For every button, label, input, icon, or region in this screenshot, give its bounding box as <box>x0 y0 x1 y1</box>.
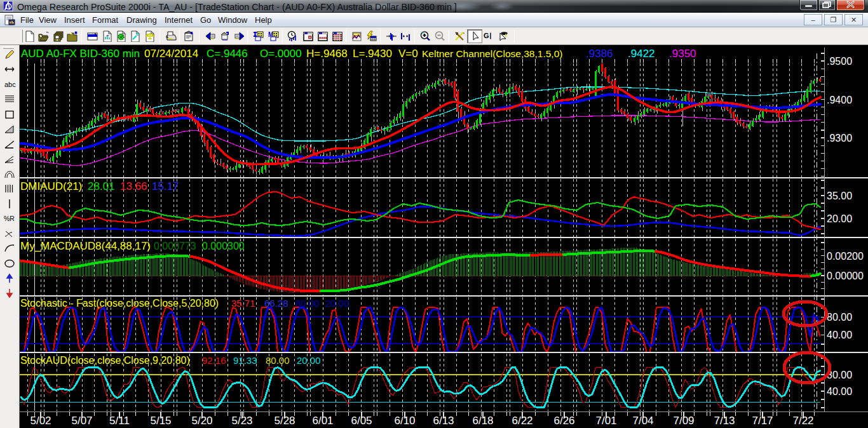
svg-text:5/02: 5/02 <box>30 415 51 427</box>
svg-text:40.00: 40.00 <box>827 386 852 397</box>
svg-text:28.01: 28.01 <box>88 180 115 192</box>
svg-text:DMIAUD(21): DMIAUD(21) <box>20 180 82 192</box>
svg-text:.9350: .9350 <box>669 48 696 60</box>
svg-text:5/07: 5/07 <box>71 415 92 427</box>
svg-text:Keltner Channel(Close,38,1.5,0: Keltner Channel(Close,38,1.5,0) <box>422 48 562 59</box>
svg-text:6/13: 6/13 <box>433 415 454 427</box>
svg-text:7/09: 7/09 <box>673 415 694 427</box>
svg-text:6/01: 6/01 <box>312 415 333 427</box>
svg-text:6/10: 6/10 <box>394 415 415 427</box>
svg-text:.9422: .9422 <box>628 48 655 60</box>
svg-text:0.000300: 0.000300 <box>202 241 245 251</box>
svg-text:6/26: 6/26 <box>553 415 574 427</box>
svg-text:15.17: 15.17 <box>152 180 179 192</box>
svg-text:40.00: 40.00 <box>827 330 852 340</box>
svg-text:80.00: 80.00 <box>827 312 852 323</box>
svg-text:5/15: 5/15 <box>150 415 171 427</box>
svg-text:13.66: 13.66 <box>120 180 147 192</box>
svg-text:5/20: 5/20 <box>191 415 212 427</box>
svg-text:66.28: 66.28 <box>264 298 288 309</box>
svg-text:6/05: 6/05 <box>351 415 372 427</box>
svg-text:7/22: 7/22 <box>792 415 813 427</box>
svg-text:0.00200: 0.00200 <box>827 251 864 262</box>
svg-text:StockAUD(close,close,Close,9,2: StockAUD(close,close,Close,9,20,80) <box>20 355 190 366</box>
svg-text:20.00: 20.00 <box>827 213 852 224</box>
svg-text:abc: abc <box>4 81 16 88</box>
svg-text:6/22: 6/22 <box>512 415 532 427</box>
svg-text:%R: %R <box>4 215 15 222</box>
svg-text:.9400: .9400 <box>827 95 852 105</box>
svg-text:AUD A0-FX BID-360 min: AUD A0-FX BID-360 min <box>21 48 140 60</box>
svg-text:07/24/2014: 07/24/2014 <box>144 48 198 60</box>
svg-text:5/28: 5/28 <box>274 415 295 427</box>
svg-text:80.00: 80.00 <box>266 355 290 366</box>
svg-text:7/17: 7/17 <box>752 415 773 427</box>
svg-text:20.00: 20.00 <box>297 355 321 366</box>
svg-text:0.00000: 0.00000 <box>827 271 864 281</box>
svg-text:C=.9446: C=.9446 <box>207 48 248 60</box>
svg-text:0.000773: 0.000773 <box>154 241 196 251</box>
svg-text:O=.0000: O=.0000 <box>260 48 302 60</box>
svg-text:.9300: .9300 <box>827 133 852 144</box>
svg-text:91.33: 91.33 <box>233 355 257 366</box>
svg-text:80.00: 80.00 <box>295 298 320 309</box>
svg-text:Stochastic - Fast(close,close,: Stochastic - Fast(close,close,Close,5,20… <box>20 298 219 309</box>
svg-text:35.00: 35.00 <box>827 191 852 201</box>
svg-text:5/11: 5/11 <box>109 415 130 427</box>
svg-text:7/04: 7/04 <box>632 415 653 427</box>
svg-text:5/23: 5/23 <box>231 415 252 427</box>
svg-text:7/01: 7/01 <box>595 415 616 427</box>
svg-text:92.16: 92.16 <box>202 355 226 366</box>
svg-text:7/13: 7/13 <box>714 415 735 427</box>
svg-text:35.71: 35.71 <box>231 298 255 309</box>
svg-text:20.00: 20.00 <box>325 298 349 309</box>
svg-text:.9386: .9386 <box>586 48 613 60</box>
svg-text:V=0: V=0 <box>398 48 418 60</box>
svg-text:6/18: 6/18 <box>472 415 493 427</box>
svg-text:.9500: .9500 <box>827 56 852 67</box>
svg-text:H=.9468: H=.9468 <box>306 48 348 60</box>
svg-text:L=.9430: L=.9430 <box>353 48 392 60</box>
svg-text:My_MACDAUD8(44,88,17): My_MACDAUD8(44,88,17) <box>20 240 151 252</box>
svg-text:G: G <box>484 32 489 39</box>
